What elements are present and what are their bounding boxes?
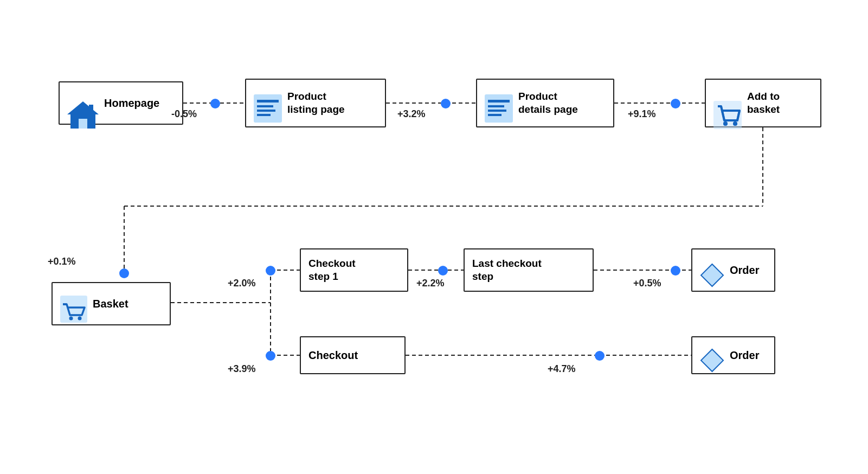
basket-node: Basket [52, 282, 171, 325]
checkout-step1-label: Checkout step 1 [308, 257, 356, 283]
svg-rect-28 [257, 114, 271, 116]
connector-dot-7 [671, 266, 680, 276]
svg-point-44 [78, 316, 82, 320]
connector-dot-2 [441, 99, 451, 108]
label-plus-20: +2.0% [228, 278, 256, 289]
product-details-label: Product details page [518, 90, 578, 116]
svg-rect-22 [79, 119, 87, 129]
order2-diamond-icon [700, 335, 724, 376]
svg-rect-27 [257, 110, 275, 112]
last-checkout-label: Last checkout step [472, 257, 542, 283]
svg-point-40 [733, 121, 737, 126]
connector-dot-9 [595, 351, 605, 361]
product-listing-node: Product listing page [245, 79, 386, 127]
product-listing-label: Product listing page [287, 90, 345, 116]
svg-rect-32 [488, 110, 506, 112]
add-to-basket-node: Add to basket [705, 79, 821, 127]
checkout-label: Checkout [308, 349, 358, 362]
label-plus-01: +0.1% [48, 256, 76, 267]
connector-dot-6 [438, 266, 448, 276]
order1-node: Order [691, 248, 775, 292]
label-plus-39: +3.9% [228, 363, 256, 375]
add-to-basket-icon [713, 74, 742, 132]
product-details-icon [485, 81, 513, 126]
connector-dot-5 [266, 266, 275, 276]
connector-dot-1 [210, 99, 220, 108]
order1-label: Order [730, 264, 759, 277]
label-plus-47: +4.7% [548, 363, 576, 375]
order2-label: Order [730, 349, 759, 362]
homepage-label: Homepage [104, 97, 159, 110]
svg-rect-33 [488, 114, 501, 116]
svg-rect-29 [485, 94, 513, 123]
svg-rect-31 [488, 105, 504, 107]
svg-rect-24 [254, 94, 282, 123]
svg-rect-46 [701, 264, 723, 286]
svg-rect-48 [701, 349, 723, 371]
homepage-node: Homepage [59, 81, 183, 125]
connector-lines [0, 0, 868, 474]
svg-rect-30 [488, 100, 510, 103]
connector-dot-8 [266, 351, 275, 361]
diagram: Homepage Product listing page Prod [0, 0, 868, 474]
label-plus-32: +3.2% [397, 108, 426, 120]
label-plus-22: +2.2% [416, 278, 445, 289]
order1-diamond-icon [700, 249, 724, 291]
label-plus-05b: +0.5% [633, 278, 661, 289]
last-checkout-node: Last checkout step [464, 248, 594, 292]
basket-label: Basket [93, 297, 128, 311]
svg-rect-23 [89, 105, 93, 111]
product-details-node: Product details page [476, 79, 614, 127]
add-to-basket-label: Add to basket [747, 90, 780, 116]
home-icon [67, 72, 99, 134]
connector-dot-3 [671, 99, 680, 108]
svg-rect-26 [257, 105, 273, 107]
list-page-icon [254, 81, 282, 126]
svg-point-39 [723, 121, 728, 126]
svg-point-43 [69, 316, 73, 320]
svg-rect-25 [257, 100, 279, 103]
basket-icon [60, 282, 87, 326]
connector-dot-4 [119, 268, 129, 278]
checkout-step1-node: Checkout step 1 [300, 248, 408, 292]
order2-node: Order [691, 336, 775, 374]
label-plus-91: +9.1% [628, 108, 656, 120]
checkout-node: Checkout [300, 336, 406, 374]
label-minus-05: -0.5% [171, 108, 197, 120]
